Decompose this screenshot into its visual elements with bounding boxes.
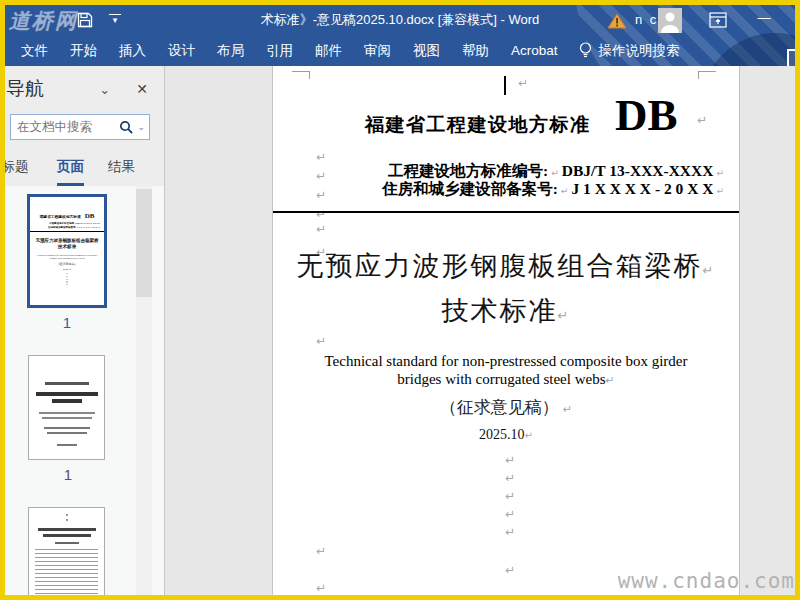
document-title: 术标准》-意见稿2025.10.docx [兼容模式] - Word	[155, 5, 645, 35]
warning-icon[interactable]	[607, 13, 627, 33]
paragraph-mark: ↵	[505, 526, 515, 538]
paragraph-mark: ↵	[316, 582, 326, 594]
paragraph-mark: ↵	[316, 151, 326, 163]
document-page[interactable]: ↵ 福建省工程建设地方标准 DB ↵ ↵ ↵ ↵ ↵ 工程建设地方标准编号: ↵…	[272, 66, 740, 595]
paragraph-mark: ↵	[525, 430, 533, 441]
draft-status-line: （征求意见稿） ↵	[273, 396, 739, 419]
tell-me-label: 操作说明搜索	[599, 42, 680, 60]
tab-insert[interactable]: 插入	[108, 35, 157, 66]
tab-references[interactable]: 引用	[255, 35, 304, 66]
paragraph-mark: ↵	[505, 490, 515, 502]
tell-me-search[interactable]: 操作说明搜索	[579, 42, 680, 60]
ribbon-tab-row: 文件 开始 插入 设计 布局 引用 邮件 审阅 视图 帮助 Acrobat 操作…	[5, 35, 795, 66]
site-url-watermark: www.cndao.com	[618, 569, 795, 593]
account-name[interactable]: n c	[635, 5, 658, 35]
margin-corner-mark-left	[292, 71, 310, 79]
tab-review[interactable]: 审阅	[353, 35, 402, 66]
paragraph-mark: ↵	[316, 335, 326, 347]
paragraph-mark: ↵	[563, 403, 572, 415]
tab-file[interactable]: 文件	[10, 35, 59, 66]
tab-mailings[interactable]: 邮件	[304, 35, 353, 66]
navigation-pane-title: 导航	[6, 76, 99, 102]
navigation-pane-header: 导航 ⌄ ✕	[5, 66, 164, 108]
paragraph-mark: ↵	[505, 454, 515, 466]
nav-tab-results[interactable]: 结果	[108, 154, 135, 186]
nav-tab-pages[interactable]: 页面	[57, 154, 84, 186]
document-main-title-line1: 无预应力波形钢腹板组合箱梁桥↵	[273, 248, 739, 284]
paragraph-mark: ↵	[558, 308, 571, 323]
record-number-value: J 1 X X X X - 2 0 X X	[571, 180, 713, 198]
margin-corner-mark-right	[698, 71, 716, 79]
tab-design[interactable]: 设计	[157, 35, 206, 66]
paragraph-mark: ↵	[505, 472, 515, 484]
search-input[interactable]	[17, 120, 119, 134]
mini-db: DB	[85, 213, 95, 219]
paragraph-mark: ↵	[505, 508, 515, 520]
paragraph-mark: ↵	[606, 374, 615, 386]
english-title-line1: Technical standard for non-prestressed c…	[273, 353, 739, 370]
site-logo-watermark: 道桥网	[9, 7, 78, 35]
page-thumbnail-2[interactable]	[28, 355, 105, 460]
db-designation: DB	[615, 90, 678, 140]
navigation-tabs: 标题 页面 结果	[5, 154, 164, 186]
save-icon	[77, 12, 93, 28]
thumbnails-scrollbar-thumb[interactable]	[136, 189, 152, 297]
thumbnail-1-page-number: 1	[27, 314, 107, 331]
minimize-button[interactable]: —	[750, 5, 778, 35]
paragraph-mark: ↵	[316, 545, 326, 557]
user-avatar[interactable]	[658, 8, 682, 33]
thumbnail-1-preview: 福建省工程建设地方标准 DB 工程建设地方标准编号: DBJ/T 13-XXX-…	[30, 213, 104, 308]
tab-home[interactable]: 开始	[59, 35, 108, 66]
paragraph-mark: ↵	[703, 263, 716, 278]
document-search-box[interactable]: ⌄	[10, 114, 150, 140]
chevron-down-icon[interactable]: ⌄	[99, 82, 110, 97]
paragraph-mark: ↵	[316, 223, 326, 235]
text-cursor	[504, 76, 506, 95]
save-button[interactable]	[77, 12, 93, 28]
paragraph-mark: ↵	[505, 564, 515, 576]
word-window: 道桥网 ▾ 术标准》-意见稿2025.10.docx [兼容模式] - Word…	[0, 0, 800, 600]
window-header: 道桥网 ▾ 术标准》-意见稿2025.10.docx [兼容模式] - Word…	[5, 5, 795, 66]
paragraph-mark: ↵	[697, 114, 707, 126]
tab-mark: ↵	[561, 186, 569, 196]
paragraph-mark: ↵	[316, 170, 326, 182]
document-canvas: ↵ 福建省工程建设地方标准 DB ↵ ↵ ↵ ↵ ↵ 工程建设地方标准编号: ↵…	[165, 66, 795, 595]
thumbnail-2-page-number: 1	[28, 466, 108, 483]
search-options-dropdown[interactable]: ⌄	[137, 122, 145, 132]
document-main-title-line2: 技术标准↵	[273, 293, 739, 329]
content-area: 导航 ⌄ ✕ ⌄ 标题 页面 结果	[5, 66, 795, 595]
page-thumbnail-3[interactable]	[28, 507, 105, 595]
paragraph-mark: ↵	[316, 189, 326, 201]
title-bar: 道桥网 ▾ 术标准》-意见稿2025.10.docx [兼容模式] - Word…	[5, 5, 795, 35]
tab-view[interactable]: 视图	[402, 35, 451, 66]
ribbon-display-icon	[709, 12, 727, 28]
tab-help[interactable]: 帮助	[451, 35, 500, 66]
page-thumbnail-1[interactable]: 福建省工程建设地方标准 DB 工程建设地方标准编号: DBJ/T 13-XXX-…	[27, 194, 107, 308]
standard-code-value: DBJ/T 13-XXX-XXXX	[562, 162, 714, 180]
quick-access-dropdown[interactable]: ▾	[109, 14, 121, 26]
paragraph-mark: ↵	[316, 208, 326, 220]
english-title-line2: bridges with corrugated steel webs↵	[273, 371, 739, 388]
ribbon-display-options-button[interactable]	[709, 12, 727, 28]
publication-date: 2025.10↵	[273, 427, 739, 443]
tab-layout[interactable]: 布局	[206, 35, 255, 66]
paragraph-mark: ↵	[716, 168, 724, 178]
header-rule-line	[273, 211, 739, 213]
paragraph-mark: ↵	[518, 77, 528, 89]
record-number-label: 住房和城乡建设部备案号:	[382, 179, 558, 200]
navigation-pane: 导航 ⌄ ✕ ⌄ 标题 页面 结果	[5, 66, 165, 595]
tab-acrobat[interactable]: Acrobat	[500, 35, 569, 66]
clipped-edge-button[interactable]	[787, 49, 795, 66]
mini-header: 福建省工程建设地方标准	[40, 214, 81, 219]
paragraph-mark: ↵	[716, 186, 724, 196]
tab-mark: ↵	[551, 168, 559, 178]
standard-org-heading: 福建省工程建设地方标准	[365, 112, 591, 138]
person-icon	[658, 8, 682, 33]
page-thumbnails-panel: 福建省工程建设地方标准 DB 工程建设地方标准编号: DBJ/T 13-XXX-…	[5, 186, 164, 595]
nav-tab-headings[interactable]: 标题	[5, 154, 33, 186]
record-number-row: 住房和城乡建设部备案号: ↵ J 1 X X X X - 2 0 X X ↵	[382, 179, 727, 200]
lightbulb-icon	[579, 42, 592, 59]
close-icon[interactable]: ✕	[136, 81, 148, 97]
search-icon[interactable]	[119, 120, 134, 135]
